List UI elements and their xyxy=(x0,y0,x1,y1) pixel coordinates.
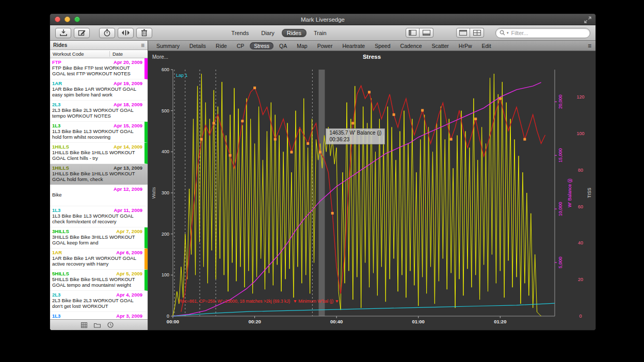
ride-code: 1AR xyxy=(52,250,62,255)
lap-label: Lap 1 xyxy=(176,73,188,78)
ride-row[interactable]: Apr 12, 2009Bike xyxy=(50,185,148,206)
y-left-tick: 500 xyxy=(162,108,169,113)
ride-row[interactable]: 3HILLSApr 7, 20093HILLS Bike Bike 3HILLS… xyxy=(50,227,148,249)
ride-date: Apr 5, 2009 xyxy=(116,271,143,276)
top-tab-trends[interactable]: Trends xyxy=(226,29,254,37)
chart-menu-icon[interactable]: ≡ xyxy=(588,42,591,50)
top-tab-train[interactable]: Train xyxy=(309,29,332,37)
hover-band xyxy=(318,70,325,316)
chart-tab-stress[interactable]: Stress xyxy=(250,42,273,50)
toolbar: TrendsDiaryRidesTrain xyxy=(50,25,595,41)
filter-input[interactable] xyxy=(510,29,586,37)
delete-button[interactable] xyxy=(136,28,152,38)
x-tick: 01:00 xyxy=(412,319,425,324)
ride-row[interactable]: 1HILLSApr 14, 20091HILLS Bike Bike 1HILL… xyxy=(50,143,148,164)
chart-tab-heartrate[interactable]: Heartrate xyxy=(338,42,369,50)
ride-row[interactable]: 2L3Apr 4, 20092L3 Bike Bike 2L3 WORKOUT … xyxy=(50,291,148,312)
ride-row[interactable]: 1L3Apr 15, 20091L3 Bike Bike 1L3 WORKOUT… xyxy=(50,122,148,143)
chart-panel: SummaryDetailsRideCPStressQAMapPowerHear… xyxy=(148,41,595,330)
fullscreen-button[interactable] xyxy=(584,16,591,23)
ride-row[interactable]: 2L3Apr 18, 20092L3 Bike Bike 2L3 WORKOUT… xyxy=(50,101,148,122)
clock-button[interactable] xyxy=(107,322,114,328)
save-button[interactable] xyxy=(55,28,71,38)
ride-date: Apr 11, 2009 xyxy=(114,207,143,213)
chart-tab-hrpw[interactable]: HrPw xyxy=(455,42,476,50)
titlebar[interactable]: Mark Liversedge xyxy=(50,14,595,25)
ride-desc: FTP Bike Bike FTP test WORKOUT GOAL test… xyxy=(52,65,143,77)
chart-tab-map[interactable]: Map xyxy=(293,42,311,50)
sidebar-footer xyxy=(50,319,148,330)
x-tick: 00:20 xyxy=(248,319,261,324)
ride-row[interactable]: 5HILLSApr 5, 20095HILLS Bike Bike 5HILLS… xyxy=(50,270,148,291)
chart-tab-power[interactable]: Power xyxy=(313,42,337,50)
rides-sidebar: Rides ≡ Workout Code Date FTPApr 20, 200… xyxy=(50,41,148,330)
chart-tab-qa[interactable]: QA xyxy=(275,42,291,50)
ride-row[interactable]: 1HILLSApr 13, 20091HILLS Bike Bike 1HILL… xyxy=(50,164,148,185)
ride-date: Apr 14, 2009 xyxy=(114,144,143,150)
ride-desc: 1L3 Bike Bike 1L3 WORKOUT GOAL check for… xyxy=(52,213,143,225)
y-right1-title: W' Balance (j) xyxy=(567,178,572,207)
ride-row[interactable]: 1ARApr 6, 20091AR Bike Bike 1AR WORKOUT … xyxy=(50,249,148,270)
stress-plot[interactable]: 010020030040050060000:0000:2000:4001:000… xyxy=(148,51,595,330)
clock-icon xyxy=(107,322,114,328)
folder-button[interactable] xyxy=(94,322,101,328)
sidebar-header: Rides ≡ xyxy=(50,41,148,50)
ride-date: Apr 19, 2009 xyxy=(114,80,143,86)
sidebar-menu-icon[interactable]: ≡ xyxy=(141,42,144,49)
main-content: Rides ≡ Workout Code Date FTPApr 20, 200… xyxy=(50,41,595,330)
ride-row[interactable]: 1L3Apr 3, 2009 xyxy=(50,312,148,319)
y-left-tick: 0 xyxy=(167,314,169,319)
top-tab-bar: TrendsDiaryRidesTrain xyxy=(226,29,331,37)
ride-desc: 3HILLS Bike Bike 3HILLS WORKOUT GOAL kee… xyxy=(52,234,143,246)
ride-row[interactable]: 1L3Apr 11, 20091L3 Bike Bike 1L3 WORKOUT… xyxy=(50,206,148,227)
chart-annotation: ▼ Minimum W'bal (j) ▼ xyxy=(293,299,339,304)
y-right2-tick: 80 xyxy=(578,168,583,173)
chart-tab-scatter[interactable]: Scatter xyxy=(428,42,453,50)
top-tab-diary[interactable]: Diary xyxy=(256,29,280,37)
ride-desc: 2L3 Bike Bike 2L3 WORKOUT GOAL tempo WOR… xyxy=(52,107,143,120)
match-marker xyxy=(331,212,334,215)
x-tick: 00:00 xyxy=(167,319,179,324)
chart-tab-edit[interactable]: Edit xyxy=(478,42,495,50)
y-left-title: Watts xyxy=(151,187,156,199)
edit-button[interactable] xyxy=(74,28,90,38)
match-marker xyxy=(393,113,395,116)
chart-tabbar: SummaryDetailsRideCPStressQAMapPowerHear… xyxy=(148,41,595,51)
column-workout-code[interactable]: Workout Code xyxy=(50,51,110,57)
close-button[interactable] xyxy=(55,17,60,22)
intervals-button[interactable] xyxy=(118,28,134,38)
y-right2-tick: 40 xyxy=(578,240,583,245)
toggle-lowbar-button[interactable] xyxy=(420,28,433,38)
ride-row[interactable]: FTPApr 20, 2009FTP Bike Bike FTP test WO… xyxy=(50,58,148,79)
minimize-button[interactable] xyxy=(65,17,70,22)
y-right2-tick: 100 xyxy=(576,131,584,136)
match-marker xyxy=(241,120,244,122)
single-view-button[interactable] xyxy=(456,28,470,38)
ride-date: Apr 13, 2009 xyxy=(114,165,143,171)
tiled-view-button[interactable] xyxy=(470,28,484,38)
grid-view-button[interactable] xyxy=(81,322,87,328)
chart-tab-speed[interactable]: Speed xyxy=(371,42,394,50)
chart-tab-summary[interactable]: Summary xyxy=(152,42,184,50)
ride-row[interactable]: 1ARApr 19, 20091AR Bike Bike 1AR WORKOUT… xyxy=(50,79,148,101)
more-link[interactable]: More... xyxy=(152,54,168,60)
column-date[interactable]: Date xyxy=(110,51,148,57)
zoom-button[interactable] xyxy=(74,17,80,22)
chart-tab-ride[interactable]: Ride xyxy=(212,42,231,50)
y-right2-tick: 60 xyxy=(578,204,583,209)
ride-list: FTPApr 20, 2009FTP Bike Bike FTP test WO… xyxy=(50,58,148,319)
sidebar-title: Rides xyxy=(53,42,67,48)
chart-body: More... Stress 010020030040050060000:000… xyxy=(148,51,595,330)
top-tab-rides[interactable]: Rides xyxy=(282,29,307,37)
filter-field[interactable]: ▾ xyxy=(495,28,590,38)
search-icon xyxy=(500,30,505,36)
toggle-sidebar-button[interactable] xyxy=(406,28,420,38)
chart-tab-cadence[interactable]: Cadence xyxy=(396,42,426,50)
chart-tab-cp[interactable]: CP xyxy=(233,42,249,50)
chart-tab-details[interactable]: Details xyxy=(185,42,210,50)
edit-icon xyxy=(78,29,86,37)
ride-desc: 5HILLS Bike Bike 5HILLS WORKOUT GOAL tem… xyxy=(52,276,143,289)
y-right1-tick: 15,000 xyxy=(558,148,563,162)
ride-code: 1L3 xyxy=(52,207,60,213)
timer-button[interactable] xyxy=(99,28,115,38)
